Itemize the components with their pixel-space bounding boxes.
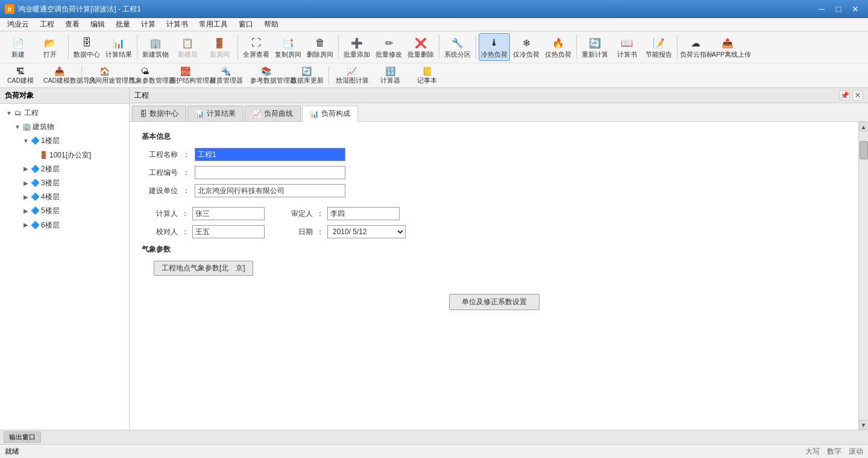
minimize-button[interactable]: ─ xyxy=(814,3,829,15)
input-calculator[interactable] xyxy=(192,207,265,220)
menu-view[interactable]: 查看 xyxy=(60,18,84,31)
dbupdate-button[interactable]: 🔄 数据库更新 xyxy=(286,65,326,86)
datacenter-button[interactable]: 🗄 数据中心 xyxy=(71,33,102,61)
input-reviewer[interactable] xyxy=(327,207,400,220)
tb2-sep1 xyxy=(81,66,82,84)
open-button[interactable]: 📂 打开 xyxy=(34,33,66,61)
new-button[interactable]: 📄 新建 xyxy=(2,33,34,61)
syszone-button[interactable]: 🔧 系统分区 xyxy=(442,33,473,61)
input-projectname[interactable] xyxy=(195,148,345,161)
cadbuild-button[interactable]: 🏗 CAD建模 xyxy=(2,65,39,86)
status-num: 数字 xyxy=(827,447,841,457)
weather-location-button[interactable]: 工程地点气象参数[北 京] xyxy=(154,261,253,276)
scroll-down-arrow[interactable]: ▼ xyxy=(859,420,869,430)
menu-hongyeyun[interactable]: 鸿业云 xyxy=(2,18,34,31)
calcbook-button[interactable]: 📖 计算书 xyxy=(611,33,643,61)
tab-datacenter[interactable]: 🗄 数据中心 xyxy=(132,106,186,121)
copyroom-button[interactable]: 📑 复制房间 xyxy=(272,33,304,61)
tree-expander-floor6[interactable]: ▶ xyxy=(22,221,30,229)
output-tab[interactable]: 输出窗口 xyxy=(4,431,41,443)
tab-datacenter-icon: 🗄 xyxy=(140,110,147,118)
tree-expander-floor3[interactable]: ▶ xyxy=(22,179,30,188)
input-constructionunit[interactable] xyxy=(195,184,345,197)
unit-settings-button[interactable]: 单位及修正系数设置 xyxy=(449,294,539,310)
cooling-button[interactable]: 🌡 冷热负荷 xyxy=(479,33,510,61)
scroll-thumb[interactable] xyxy=(860,141,868,159)
menu-calcbook[interactable]: 计算书 xyxy=(162,18,193,31)
newroom-button[interactable]: 🚪 新房间 xyxy=(204,33,235,61)
cooling-label: 冷热负荷 xyxy=(481,51,508,59)
menu-window[interactable]: 窗口 xyxy=(234,18,258,31)
tree-expander-floor1[interactable]: ▼ xyxy=(22,137,30,145)
tree-item-project[interactable]: ▼ 🗂 工程 xyxy=(0,106,129,120)
notes-label: 记事本 xyxy=(417,77,437,84)
heatingonly-button[interactable]: 🔥 仅热负荷 xyxy=(542,33,574,61)
weather-button[interactable]: 🌤 气象参数管理器 xyxy=(125,65,165,86)
energyreport-button[interactable]: 📝 节能报告 xyxy=(643,33,675,61)
menu-help[interactable]: 帮助 xyxy=(259,18,283,31)
tab-loadcomp-label: 负荷构成 xyxy=(321,109,350,119)
psychro-button[interactable]: 📈 焓湿图计算 xyxy=(332,65,371,86)
tree-expander-room1001[interactable] xyxy=(30,151,39,159)
tree-expander-project[interactable]: ▼ xyxy=(5,109,13,118)
calc-button[interactable]: 🔢 计算器 xyxy=(372,65,408,86)
tab-calcresult[interactable]: 📊 计算结果 xyxy=(187,106,244,121)
fullscreen-button[interactable]: ⛶ 全屏查看 xyxy=(241,33,272,61)
reference-button[interactable]: 📚 参考数据管理器 xyxy=(246,65,286,86)
calcresult-button[interactable]: 📊 计算结果 xyxy=(103,33,134,61)
tree-item-floor6[interactable]: ▶ 🔷 6楼层 xyxy=(0,218,129,232)
batchdelete-button[interactable]: ❌ 批量删除 xyxy=(405,33,436,61)
menu-batch[interactable]: 批量 xyxy=(111,18,135,31)
scroll-up-arrow[interactable]: ▲ xyxy=(859,122,869,132)
tree-item-building[interactable]: ▼ 🏢 建筑物 xyxy=(0,120,129,134)
newbuilding-button[interactable]: 🏢 新建筑物 xyxy=(140,33,171,61)
tree-item-floor3[interactable]: ▶ 🔷 3楼层 xyxy=(0,176,129,190)
tab-loadcomp[interactable]: 📊 负荷构成 xyxy=(302,106,358,122)
tree-item-floor4[interactable]: ▶ 🔷 4楼层 xyxy=(0,190,129,204)
batchmodify-button[interactable]: ✏ 批量修改 xyxy=(373,33,404,61)
tab-loadcurve[interactable]: 📈 负荷曲线 xyxy=(245,106,301,121)
maximize-button[interactable]: □ xyxy=(831,3,846,15)
roomusage-button[interactable]: 🏠 房间用途管理器 xyxy=(84,65,124,86)
tree-expander-floor2[interactable]: ▶ xyxy=(22,165,30,173)
notes-button[interactable]: 📒 记事本 xyxy=(409,65,445,86)
title-bar: Ir 鸿业暖通空调负荷计算[谐波法] - 工程1 ─ □ ✕ xyxy=(0,0,868,18)
tree-item-floor2[interactable]: ▶ 🔷 2楼层 xyxy=(0,162,129,176)
tree-item-floor5[interactable]: ▶ 🔷 5楼层 xyxy=(0,204,129,218)
floor6-icon: 🔷 xyxy=(30,220,40,230)
energyreport-label: 节能报告 xyxy=(646,51,672,59)
tree-area[interactable]: ▼ 🗂 工程 ▼ 🏢 建筑物 ▼ 🔷 1楼层 🚪 xyxy=(0,104,129,430)
envelope-button[interactable]: 🧱 围护结构管理器 xyxy=(165,65,205,86)
tree-label-floor1: 1楼层 xyxy=(41,135,60,147)
tree-expander-floor5[interactable]: ▶ xyxy=(22,207,30,215)
batchadd-button[interactable]: ➕ 批量添加 xyxy=(341,33,373,61)
input-checker[interactable] xyxy=(192,225,265,238)
window-close-button[interactable]: ✕ xyxy=(852,90,863,101)
tree-item-floor1[interactable]: ▼ 🔷 1楼层 xyxy=(0,134,129,148)
deleteroom-button[interactable]: 🗑 删除房间 xyxy=(304,33,336,61)
menu-calc[interactable]: 计算 xyxy=(136,18,160,31)
cadimport-button[interactable]: 📥 CAD建模数据导入 xyxy=(39,65,79,86)
newfloor-button[interactable]: 📋 新楼层 xyxy=(172,33,203,61)
window-pin-button[interactable]: 📌 xyxy=(839,90,850,101)
input-projectcode[interactable] xyxy=(195,166,345,179)
vertical-scrollbar[interactable]: ▲ ▼ xyxy=(858,122,868,430)
loadindex-button[interactable]: ☁ 负荷云指标 xyxy=(680,33,711,61)
menu-edit[interactable]: 编辑 xyxy=(86,18,110,31)
recalc-button[interactable]: 🔄 重新计算 xyxy=(579,33,611,61)
coolingonly-button[interactable]: ❄ 仅冷负荷 xyxy=(511,33,542,61)
coolingonly-icon: ❄ xyxy=(519,36,533,50)
tree-expander-floor4[interactable]: ▶ xyxy=(22,193,30,202)
menu-project[interactable]: 工程 xyxy=(35,18,59,31)
material-button[interactable]: 🔩 材质管理器 xyxy=(206,65,245,86)
tree-item-room1001[interactable]: 🚪 1001[办公室] xyxy=(0,148,129,162)
select-date[interactable]: 2010/ 5/12 xyxy=(327,225,406,238)
menu-tools[interactable]: 常用工具 xyxy=(194,18,233,31)
close-button[interactable]: ✕ xyxy=(848,3,863,15)
title-bar-controls: ─ □ ✕ xyxy=(814,3,863,15)
tree-expander-building[interactable]: ▼ xyxy=(13,123,22,132)
appupload-button[interactable]: 📤 APP离线上传 xyxy=(712,33,743,61)
form-row-calc-review: 计算人 ： 审定人 ： xyxy=(142,207,846,220)
tb-sep6 xyxy=(476,35,476,59)
label-constructionunit: 建设单位 xyxy=(142,186,178,196)
